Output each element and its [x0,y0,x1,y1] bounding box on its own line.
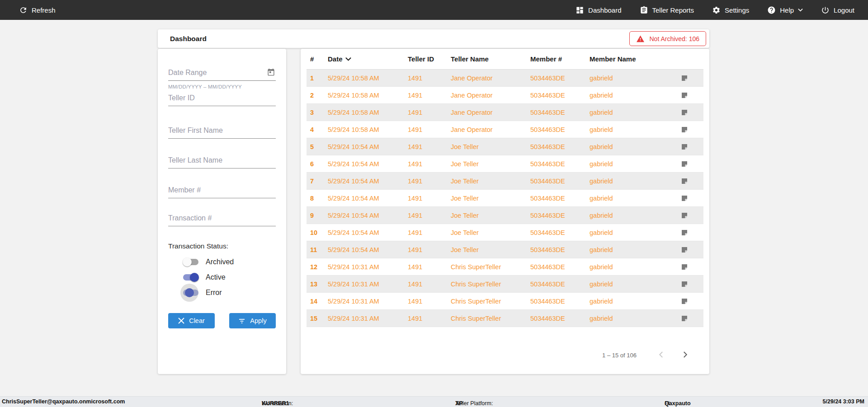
column-header-teller-id[interactable]: Teller ID [408,55,451,63]
column-header-date[interactable]: Date [328,55,408,63]
nav-item-settings[interactable]: Settings [712,6,749,14]
clear-button[interactable]: Clear [168,313,215,328]
row-date-cell: 5/29/24 10:54 AM [328,143,408,150]
error-toggle[interactable] [183,288,199,297]
row-member-number-cell: 5034463DE [530,178,590,185]
nav-item-logout[interactable]: Logout [821,6,854,14]
note-icon [680,280,689,288]
table-row[interactable]: 6 5/29/24 10:54 AM 1491 Joe Teller 50344… [307,155,703,173]
row-member-number-cell: 5034463DE [530,315,590,322]
row-number-cell: 10 [310,229,328,236]
table-row[interactable]: 13 5/29/24 10:31 AM 1491 Chris SuperTell… [307,276,703,293]
active-toggle[interactable] [183,273,199,282]
clear-button-label: Clear [189,317,205,324]
row-number-cell: 5 [310,143,328,150]
row-teller-id-cell: 1491 [408,109,451,116]
row-teller-id-cell: 1491 [408,195,451,202]
row-note-button[interactable] [672,229,703,237]
filter-panel: MM/DD/YYYY – MM/DD/YYYY Transaction Stat… [158,49,286,374]
next-page-button[interactable] [679,349,691,362]
row-note-button[interactable] [672,211,703,220]
row-date-cell: 5/29/24 10:58 AM [328,109,408,116]
row-number-cell: 9 [310,212,328,219]
row-number-cell: 1 [310,75,328,82]
row-number-cell: 2 [310,92,328,99]
row-member-name-cell: gabrield [590,212,672,219]
row-member-name-cell: gabrield [590,178,672,185]
column-header-teller-name[interactable]: Teller Name [451,55,530,63]
nav-label: Teller Reports [652,6,694,14]
member-number-input[interactable] [168,184,276,198]
row-member-name-cell: gabrield [590,109,672,116]
row-note-button[interactable] [672,160,703,168]
row-note-button[interactable] [672,194,703,202]
teller-last-name-input[interactable] [168,154,276,168]
row-note-button[interactable] [672,143,703,151]
dashboard-icon [576,6,584,14]
row-note-button[interactable] [672,246,703,254]
date-range-input[interactable] [168,67,267,80]
row-number-cell: 8 [310,195,328,202]
chevron-right-icon [681,351,689,359]
table-row[interactable]: 11 5/29/24 10:54 AM 1491 Joe Teller 5034… [307,241,703,258]
transaction-number-input[interactable] [168,212,276,226]
error-toggle-row: Error [183,288,222,297]
refresh-icon [19,6,28,14]
column-header-number[interactable]: # [310,55,328,63]
table-row[interactable]: 9 5/29/24 10:54 AM 1491 Joe Teller 50344… [307,207,703,224]
nav-item-dashboard[interactable]: Dashboard [576,6,621,14]
nav-item-teller-reports[interactable]: Teller Reports [640,6,694,14]
note-icon [680,246,689,254]
refresh-button[interactable]: Refresh [19,6,56,14]
table-row[interactable]: 14 5/29/24 10:31 AM 1491 Chris SuperTell… [307,293,703,310]
row-member-name-cell: gabrield [590,75,672,82]
row-date-cell: 5/29/24 10:31 AM [328,315,408,322]
row-member-name-cell: gabrield [590,229,672,236]
row-note-button[interactable] [672,126,703,134]
table-row[interactable]: 2 5/29/24 10:58 AM 1491 Jane Operator 50… [307,87,703,104]
previous-page-button[interactable] [656,349,667,362]
row-note-button[interactable] [672,297,703,305]
archived-toggle[interactable] [183,257,199,267]
nav-item-help[interactable]: Help [767,6,803,14]
archived-toggle-row: Archived [183,257,234,267]
row-member-name-cell: gabrield [590,281,672,288]
table-row[interactable]: 12 5/29/24 10:31 AM 1491 Chris SuperTell… [307,258,703,276]
teller-id-input[interactable] [168,92,276,106]
row-date-cell: 5/29/24 10:58 AM [328,126,408,133]
date-range-hint: MM/DD/YYYY – MM/DD/YYYY [168,84,276,89]
apply-button[interactable]: Apply [229,313,276,328]
table-row[interactable]: 7 5/29/24 10:54 AM 1491 Joe Teller 50344… [307,173,703,190]
row-note-button[interactable] [672,74,703,82]
row-teller-id-cell: 1491 [408,298,451,305]
row-number-cell: 11 [310,246,328,253]
table-row[interactable]: 3 5/29/24 10:58 AM 1491 Jane Operator 50… [307,104,703,121]
transaction-status-label: Transaction Status: [168,242,276,250]
calendar-button[interactable] [267,68,276,79]
table-row[interactable]: 1 5/29/24 10:58 AM 1491 Jane Operator 50… [307,70,703,87]
teller-first-name-input[interactable] [168,125,276,139]
row-date-cell: 5/29/24 10:54 AM [328,229,408,236]
row-teller-id-cell: 1491 [408,263,451,271]
status-bar: ChrisSuperTeller@qaxpauto.onmicrosoft.co… [0,396,868,407]
row-note-button[interactable] [672,91,703,99]
table-row[interactable]: 4 5/29/24 10:58 AM 1491 Jane Operator 50… [307,121,703,138]
table-row[interactable]: 8 5/29/24 10:54 AM 1491 Joe Teller 50344… [307,190,703,207]
row-note-button[interactable] [672,314,703,323]
nav-label: Help [780,6,794,14]
row-member-number-cell: 5034463DE [530,246,590,253]
row-teller-id-cell: 1491 [408,315,451,322]
row-note-button[interactable] [672,263,703,271]
column-header-member-name[interactable]: Member Name [590,55,672,63]
warning-icon [636,35,645,42]
row-note-button[interactable] [672,177,703,185]
row-teller-id-cell: 1491 [408,143,451,150]
table-row[interactable]: 10 5/29/24 10:54 AM 1491 Joe Teller 5034… [307,224,703,241]
column-header-member-number[interactable]: Member # [530,55,590,63]
row-note-button[interactable] [672,280,703,288]
table-row[interactable]: 5 5/29/24 10:54 AM 1491 Joe Teller 50344… [307,138,703,155]
table-row[interactable]: 15 5/29/24 10:31 AM 1491 Chris SuperTell… [307,310,703,327]
row-note-button[interactable] [672,108,703,117]
note-icon [680,91,689,99]
pagination-bar: 1 – 15 of 106 [307,349,703,362]
